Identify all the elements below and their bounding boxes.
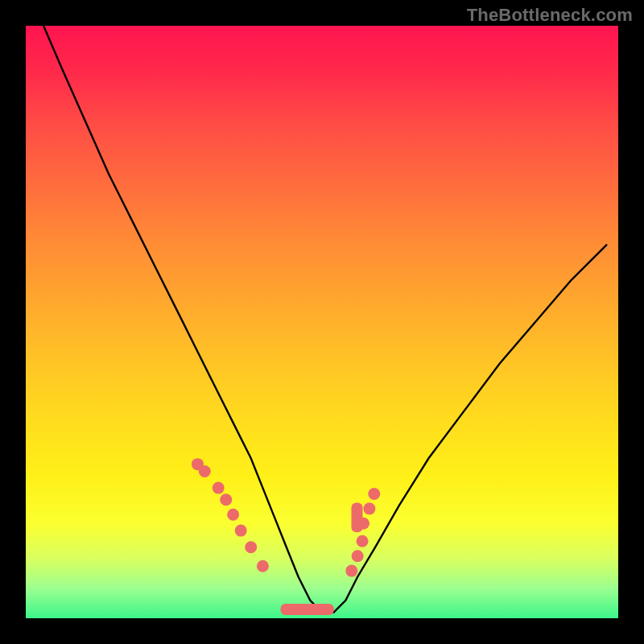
watermark-text: TheBottleneck.com xyxy=(467,5,633,26)
marker-dot xyxy=(213,482,225,494)
chart-frame: TheBottleneck.com xyxy=(0,0,644,644)
marker-dot xyxy=(257,560,269,572)
marker-dot xyxy=(357,535,369,547)
marker-dot xyxy=(235,525,247,537)
pill-bottom xyxy=(280,604,333,615)
marker-dot xyxy=(245,541,257,553)
bottleneck-curve-svg xyxy=(26,26,618,618)
plot-area xyxy=(26,26,618,618)
marker-dot xyxy=(220,493,232,506)
markers-right xyxy=(345,488,380,577)
marker-dot xyxy=(345,565,357,577)
marker-dot xyxy=(227,509,239,521)
marker-dot xyxy=(368,488,380,500)
marker-dot xyxy=(199,465,211,477)
marker-dot xyxy=(363,502,375,514)
marker-dot xyxy=(352,550,364,562)
bottleneck-curve xyxy=(43,26,606,613)
pill-right xyxy=(351,502,362,532)
